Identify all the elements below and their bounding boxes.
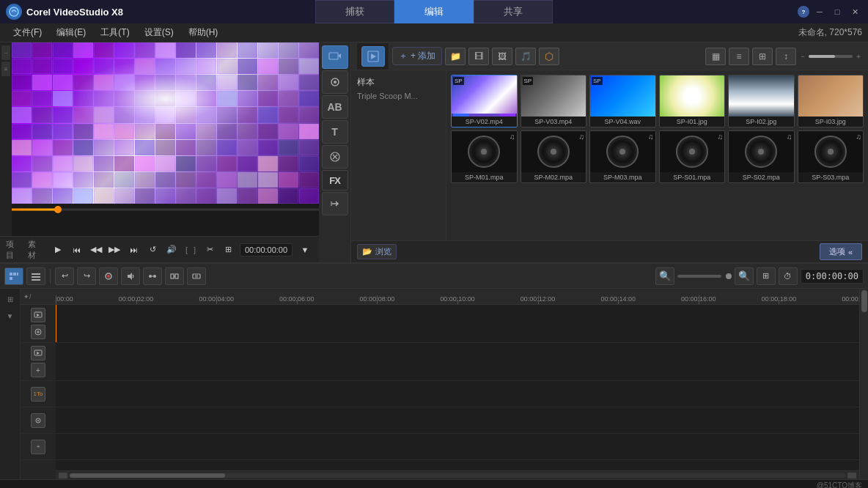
view-detail-btn[interactable]: ⊞ [752,48,773,65]
tool-transition[interactable] [322,145,348,169]
tool-text[interactable]: AB [322,95,348,119]
track-headers: ✦/ + 1To [21,289,56,479]
scroll-right[interactable] [847,473,856,478]
tl-icon-1[interactable]: ⊞ [3,292,18,306]
track-icon-2b[interactable]: + [31,363,45,377]
play-btn[interactable]: ▶ [50,242,66,258]
tool-title[interactable]: T [322,120,348,144]
tl-motion-btn[interactable] [143,267,162,285]
tl-tracks [56,305,859,470]
tl-timeline-btn[interactable] [26,267,45,285]
media-film-btn[interactable]: 🎞 [468,48,489,65]
maximize-button[interactable]: □ [830,4,845,19]
skip-start-btn[interactable]: ⏮ [69,242,85,258]
v-scroll-thumb[interactable] [861,290,867,312]
zoom-plus[interactable]: ＋ [855,51,862,62]
audio-btn[interactable]: 🔊 [163,242,180,258]
sort-btn[interactable]: ↕ [776,48,796,65]
track-icon-3[interactable]: 1To [31,387,45,402]
media-item-9[interactable]: ♫ SP-S01.mpa [659,130,726,183]
tl-record-btn[interactable] [99,267,118,285]
scroll-thumb[interactable] [70,473,225,478]
close-button[interactable]: ✕ [847,4,862,19]
tl-snap-btn[interactable] [165,267,184,285]
tool-record[interactable] [322,70,348,94]
svg-rect-13 [32,276,40,278]
tl-icon-2[interactable]: ▼ [3,308,18,323]
tl-audio-btn[interactable] [121,267,140,285]
side-tool-1[interactable]: ┄ [1,45,10,60]
media-special-btn[interactable]: ⬡ [539,48,559,65]
scroll-left[interactable] [59,473,67,478]
tl-scroll-btn[interactable] [187,267,206,285]
menu-tools[interactable]: 工具(T) [93,24,136,41]
track-header-4 [21,407,56,434]
tl-undo-btn[interactable]: ↩ [55,267,74,285]
view-list-btn[interactable]: ≡ [729,48,749,65]
tl-clock-btn[interactable]: ⏱ [779,267,798,285]
zoom-minus[interactable]: － [799,51,806,62]
tl-redo-btn[interactable]: ↪ [77,267,96,285]
tab-capture[interactable]: 捕获 [315,0,394,23]
tab-share[interactable]: 共享 [474,0,553,23]
scrubber-handle[interactable] [54,206,62,213]
media-folder-btn[interactable]: 📁 [445,48,466,65]
loop-btn[interactable]: ↺ [144,242,161,258]
media-item-4[interactable]: SP-I02.jpg [728,75,795,127]
add-media-button[interactable]: ＋ + 添加 [392,47,442,65]
time-expand-btn[interactable]: ▼ [297,242,313,258]
next-frame-btn[interactable]: ▶▶ [106,242,122,258]
track-icon-1b[interactable] [31,325,45,339]
tl-storyboard-btn[interactable] [4,267,23,285]
track-icon-4[interactable] [31,413,45,428]
browse-button[interactable]: 📂 浏览 [357,244,397,259]
side-tool-2[interactable]: ≡ [1,62,10,76]
watermark: @51CTO博客 [817,481,862,489]
prev-frame-btn[interactable]: ◀◀ [88,242,104,258]
tab-edit[interactable]: 编辑 [394,0,474,23]
expand-btn[interactable]: ⊞ [221,242,237,258]
tl-zoom-out-btn[interactable]: 🔍 [655,267,674,285]
scroll-track[interactable] [70,473,845,478]
media-item-3[interactable]: SP-I01.jpg [659,75,726,127]
media-item-11[interactable]: ♫ SP-S03.mpa [798,130,864,183]
skip-end-btn[interactable]: ⏭ [125,242,141,258]
media-photo-btn[interactable]: 🖼 [492,48,512,65]
scrubber-played [12,209,58,211]
media-item-8[interactable]: ♫ SP-M03.mpa [589,130,656,183]
media-item-7[interactable]: ♫ SP-M02.mpa [521,130,587,183]
media-music-btn[interactable]: 🎵 [515,48,536,65]
media-item-6[interactable]: ♫ SP-M01.mpa [451,130,518,183]
media-item-10[interactable]: ♫ SP-S02.mpa [728,130,795,183]
zoom-slider-tl[interactable] [677,275,721,278]
view-grid-btn[interactable]: ▦ [705,48,726,65]
sample-path: Triple Scoop M... [357,92,440,100]
playhead[interactable] [56,305,56,342]
minimize-button[interactable]: ─ [812,4,827,19]
zoom-slider[interactable] [809,55,853,58]
clip-trim-btn[interactable]: ✂ [202,242,218,258]
tl-scrollbar-h[interactable] [56,470,859,479]
media-item-0[interactable]: SP SP-V02.mp4 [451,75,518,127]
help-icon[interactable]: ? [798,6,809,18]
menu-file[interactable]: 文件(F) [6,24,49,41]
menu-settings[interactable]: 设置(S) [137,24,181,41]
media-item-5[interactable]: SP-I03.jpg [798,75,864,127]
tl-zoom-in-btn[interactable]: 🔍 [735,267,754,285]
track-icon-5[interactable]: + [31,440,45,454]
tool-fx[interactable]: FX [322,170,348,191]
preview-scrubber[interactable] [12,204,319,215]
menu-edit[interactable]: 编辑(E) [49,24,93,41]
svg-marker-25 [37,314,40,317]
tool-video[interactable] [322,45,348,69]
track-icon-2[interactable] [31,346,45,361]
tl-fit-btn[interactable]: ⊞ [757,267,776,285]
media-tab-media[interactable] [361,46,385,67]
track-icon-1[interactable] [31,308,45,322]
options-button[interactable]: 选项 « [820,243,862,260]
tool-arrow[interactable] [322,192,348,215]
media-item-1[interactable]: SP SP-V03.mp4 [521,75,587,127]
media-item-2[interactable]: SP SP-V04.wav [589,75,656,127]
menu-help[interactable]: 帮助(H) [181,24,226,41]
tl-scrollbar-v[interactable] [859,289,868,479]
